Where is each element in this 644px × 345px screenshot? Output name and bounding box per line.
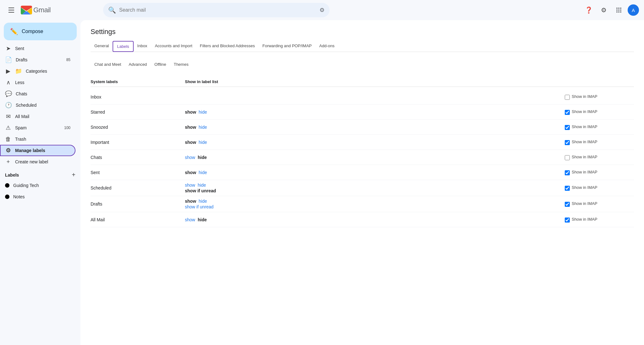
imap-label-snoozed: Show in IMAP xyxy=(572,124,597,129)
imap-label-starred: Show in IMAP xyxy=(572,109,597,114)
drafts-show-if-unread-action[interactable]: show if unread xyxy=(185,204,214,209)
manage-labels-icon: ⚙ xyxy=(5,147,11,154)
all-mail-hide-action[interactable]: hide xyxy=(198,217,207,222)
drafts-icon: 📄 xyxy=(5,56,12,63)
tab-themes[interactable]: Themes xyxy=(170,59,192,69)
imap-checkbox-important[interactable] xyxy=(565,140,570,145)
chats-icon: 💬 xyxy=(5,90,12,97)
tab-addons[interactable]: Add-ons xyxy=(315,41,338,52)
chats-show-action[interactable]: show xyxy=(185,155,195,160)
sidebar-item-all-mail[interactable]: ✉ All Mail xyxy=(0,111,75,122)
sidebar-item-spam[interactable]: ⚠ Spam 100 xyxy=(0,122,75,133)
menu-icon[interactable] xyxy=(5,4,18,16)
svg-point-7 xyxy=(618,11,619,13)
tab-forwarding[interactable]: Forwarding and POP/IMAP xyxy=(258,41,315,52)
snoozed-show-action[interactable]: show xyxy=(185,125,196,130)
drafts-show-action[interactable]: show xyxy=(185,199,196,204)
tab-chat-meet[interactable]: Chat and Meet xyxy=(91,59,125,69)
imap-checkbox-starred[interactable] xyxy=(565,110,570,115)
labels-table-header: System labels Show in label list xyxy=(91,77,634,87)
label-actions-important: show hide xyxy=(185,140,565,145)
all-mail-show-action[interactable]: show xyxy=(185,217,195,222)
imap-checkbox-drafts[interactable] xyxy=(565,202,570,207)
sidebar-item-trash[interactable]: 🗑 Trash xyxy=(0,133,75,145)
imap-col-starred: Show in IMAP xyxy=(565,109,634,115)
table-row-chats: Chats show hide Show in IMAP xyxy=(91,150,634,165)
settings-button[interactable]: ⚙ xyxy=(597,4,610,16)
sidebar-item-less-label: Less xyxy=(15,80,70,85)
help-button[interactable]: ❓ xyxy=(582,4,595,16)
imap-checkbox-inbox[interactable] xyxy=(565,95,570,100)
svg-point-4 xyxy=(618,9,619,11)
sidebar-item-chats[interactable]: 💬 Chats xyxy=(0,88,75,99)
settings-tabs-row2: Chat and Meet Advanced Offline Themes xyxy=(91,59,634,69)
search-input[interactable] xyxy=(119,7,316,13)
sidebar-item-categories-label: Categories xyxy=(26,69,70,74)
scheduled-show-if-unread-action[interactable]: show if unread xyxy=(185,188,216,193)
add-label-button[interactable]: + xyxy=(72,171,75,178)
tab-offline[interactable]: Offline xyxy=(151,59,170,69)
tab-inbox[interactable]: Inbox xyxy=(134,41,151,52)
sidebar-item-create-label[interactable]: + Create new label xyxy=(0,156,75,167)
label-actions-starred: show hide xyxy=(185,110,565,115)
search-bar[interactable]: 🔍 ⚙ xyxy=(103,3,330,17)
sidebar-item-sent-label: Sent xyxy=(15,46,70,51)
sidebar-item-categories[interactable]: ▶ 📁 Categories xyxy=(0,65,75,77)
sidebar-item-sent[interactable]: ➤ Sent xyxy=(0,43,75,54)
imap-col-important: Show in IMAP xyxy=(565,139,634,145)
label-name-all-mail: All Mail xyxy=(91,217,185,222)
sidebar-item-notes[interactable]: Notes xyxy=(0,191,75,202)
label-actions-all-mail: show hide xyxy=(185,217,565,222)
search-filter-icon[interactable]: ⚙ xyxy=(319,7,325,14)
label-name-drafts: Drafts xyxy=(91,201,185,206)
starred-hide-action[interactable]: hide xyxy=(199,110,207,115)
table-row-snoozed: Snoozed show hide Show in IMAP xyxy=(91,120,634,135)
tab-filters[interactable]: Filters and Blocked Addresses xyxy=(196,41,259,52)
spam-count: 100 xyxy=(64,126,70,130)
topbar: Gmail 🔍 ⚙ ❓ ⚙ A xyxy=(0,0,644,20)
sidebar-item-manage-labels[interactable]: ⚙ Manage labels xyxy=(0,145,75,156)
scheduled-hide-action[interactable]: hide xyxy=(198,183,206,188)
imap-checkbox-chats[interactable] xyxy=(565,155,570,160)
imap-col-all-mail: Show in IMAP xyxy=(565,217,634,223)
imap-checkbox-scheduled[interactable] xyxy=(565,186,570,191)
spam-icon: ⚠ xyxy=(5,124,11,131)
drafts-hide-action[interactable]: hide xyxy=(199,199,207,204)
sidebar-item-guiding-tech-label: Guiding Tech xyxy=(13,183,70,188)
label-name-chats: Chats xyxy=(91,155,185,160)
imap-checkbox-sent[interactable] xyxy=(565,170,570,175)
chats-hide-action[interactable]: hide xyxy=(198,155,207,160)
sent-show-action[interactable]: show xyxy=(185,170,196,175)
imap-label-sent: Show in IMAP xyxy=(572,170,597,174)
sidebar-item-less[interactable]: ∧ Less xyxy=(0,77,75,88)
topbar-right: ❓ ⚙ A xyxy=(582,4,639,16)
starred-show-action[interactable]: show xyxy=(185,110,196,115)
sidebar-item-scheduled[interactable]: 🕐 Scheduled xyxy=(0,99,75,111)
important-show-action[interactable]: show xyxy=(185,140,196,145)
compose-label: Compose xyxy=(22,29,43,34)
tab-general[interactable]: General xyxy=(91,41,113,52)
tab-labels[interactable]: Labels xyxy=(113,41,133,52)
settings-tabs-row1: General Labels Inbox Accounts and Import… xyxy=(91,41,634,52)
scheduled-show-action[interactable]: show xyxy=(185,183,195,188)
compose-button[interactable]: ✏️ Compose xyxy=(4,23,77,40)
label-name-snoozed: Snoozed xyxy=(91,125,185,130)
avatar[interactable]: A xyxy=(628,4,639,16)
apps-button[interactable] xyxy=(613,4,625,16)
imap-col-sent: Show in IMAP xyxy=(565,170,634,175)
scheduled-icon: 🕐 xyxy=(5,102,12,109)
sidebar: ✏️ Compose ➤ Sent 📄 Drafts 85 ▶ 📁 Catego… xyxy=(0,20,80,345)
sidebar-item-drafts[interactable]: 📄 Drafts 85 xyxy=(0,54,75,65)
table-row-scheduled: Scheduled show hide show if unread Show … xyxy=(91,180,634,196)
sidebar-item-guiding-tech[interactable]: Guiding Tech xyxy=(0,180,75,191)
sent-hide-action[interactable]: hide xyxy=(199,170,207,175)
trash-icon: 🗑 xyxy=(5,136,11,143)
snoozed-hide-action[interactable]: hide xyxy=(199,125,207,130)
tab-advanced[interactable]: Advanced xyxy=(125,59,151,69)
tab-accounts-import[interactable]: Accounts and Import xyxy=(151,41,196,52)
imap-checkbox-all-mail[interactable] xyxy=(565,218,570,223)
label-name-starred: Starred xyxy=(91,110,185,115)
important-hide-action[interactable]: hide xyxy=(199,140,207,145)
svg-point-2 xyxy=(620,8,621,9)
imap-checkbox-snoozed[interactable] xyxy=(565,125,570,130)
